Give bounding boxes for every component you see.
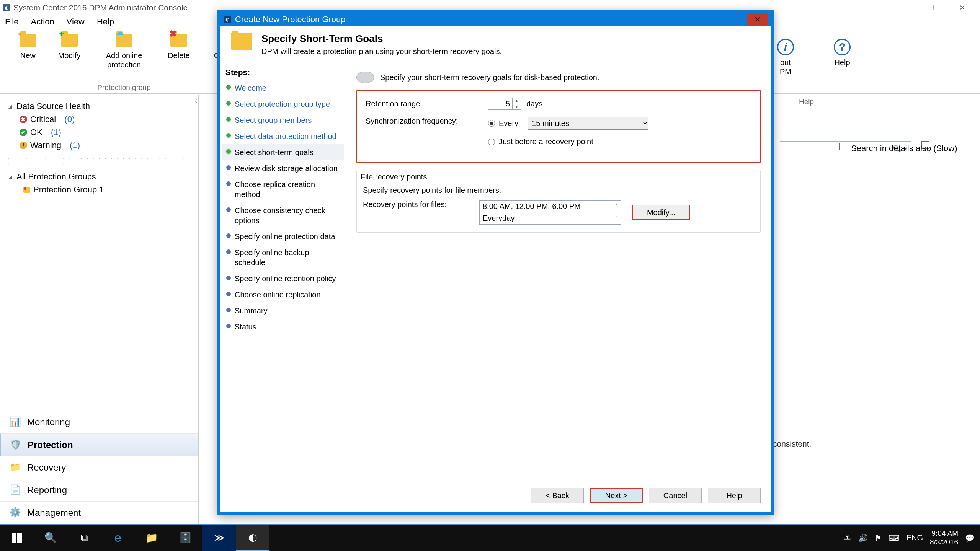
dialog-close-button[interactable]: ✕: [747, 13, 768, 26]
step-consistency: Choose consistency check options: [222, 202, 344, 228]
cancel-button[interactable]: Cancel: [649, 488, 702, 503]
file-recovery-points-group: File recovery points Specify recovery po…: [356, 171, 761, 233]
dialog-title: Create New Protection Group: [235, 15, 747, 24]
dialog-footer: < Back Next > Cancel Help: [346, 479, 771, 512]
taskbar-server-manager[interactable]: 🗄️: [168, 525, 202, 551]
navigation-pane: 📊 Monitoring 🛡️ Protection 📁 Recovery 📄 …: [0, 411, 198, 524]
ribbon-group-label: Protection group: [97, 83, 150, 93]
next-button[interactable]: Next >: [590, 488, 643, 503]
step-status: Status: [222, 319, 344, 335]
taskbar-explorer[interactable]: 📁: [135, 525, 168, 551]
retention-spinner[interactable]: ▲▼: [488, 98, 521, 110]
ribbon-group-protection: ✦ New + Modify ☁ Add online protection ✖…: [7, 31, 241, 93]
tray-flag-icon[interactable]: ⚑: [875, 533, 882, 543]
recovery-icon: 📁: [10, 462, 21, 473]
menu-help[interactable]: Help: [97, 17, 114, 27]
task-view[interactable]: ⧉: [67, 525, 101, 551]
ribbon-help[interactable]: ? Help: [825, 38, 859, 76]
modify-button[interactable]: Modify...: [632, 205, 690, 220]
short-term-goals-box: Retention range: ▲▼ days Synchronization…: [356, 90, 761, 163]
info-icon: i: [777, 39, 794, 55]
protection-group-1[interactable]: Protection Group 1: [8, 183, 191, 196]
tray-language[interactable]: ENG: [906, 533, 923, 542]
step-short-term[interactable]: Select short-term goals: [222, 144, 344, 160]
maximize-button[interactable]: ☐: [916, 1, 947, 15]
nav-recovery[interactable]: 📁 Recovery: [0, 456, 198, 479]
nav-reporting[interactable]: 📄 Reporting: [0, 479, 198, 502]
step-welcome[interactable]: Welcome: [222, 80, 344, 96]
tray-keyboard-icon[interactable]: ⌨: [889, 533, 900, 543]
dialog-header: Specify Short-Term Goals DPM will create…: [220, 26, 771, 64]
step-online-repl: Choose online replication: [222, 287, 344, 303]
collapse-icon[interactable]: ◢: [8, 103, 13, 109]
taskbar: 🔍 ⧉ e 📁 🗄️ ≫ ◐ 🖧 🔊 ⚑ ⌨ ENG 9:04 AM 8/3/2…: [0, 525, 980, 551]
dialog-titlebar: ◐ Create New Protection Group ✕: [220, 13, 771, 26]
protection-icon: 🛡️: [10, 439, 21, 451]
wizard-steps: Steps: Welcome Select protection group t…: [220, 64, 346, 509]
nav-management[interactable]: ⚙️ Management: [0, 502, 198, 524]
warning-icon: !: [20, 142, 27, 149]
nav-monitoring[interactable]: 📊 Monitoring: [0, 411, 198, 434]
step-select-type[interactable]: Select protection group type: [222, 96, 344, 112]
app-icon: ◐: [3, 4, 10, 11]
step-online-data: Specify online protection data: [222, 228, 344, 245]
ribbon-add-online[interactable]: ☁ Add online protection: [95, 31, 153, 69]
retention-unit: days: [526, 99, 542, 108]
health-critical[interactable]: ✖ Critical (0): [8, 113, 191, 126]
spin-down[interactable]: ▼: [513, 104, 521, 110]
retention-input[interactable]: [488, 98, 512, 109]
dialog-header-subtitle: DPM will create a protection plan using …: [261, 47, 502, 56]
chevron-down-icon[interactable]: ˅: [615, 216, 617, 221]
step-select-members[interactable]: Select group members: [222, 112, 344, 128]
tray-notifications-icon[interactable]: 💬: [965, 533, 975, 543]
tray-network-icon[interactable]: 🖧: [844, 533, 851, 542]
radio-every[interactable]: [488, 120, 495, 127]
all-protection-groups-header[interactable]: ◢ All Protection Groups: [8, 170, 191, 183]
menu-file[interactable]: File: [5, 17, 18, 27]
protection-group-icon: [23, 187, 30, 193]
collapse-icon[interactable]: ◢: [8, 174, 13, 180]
ribbon-new[interactable]: ✦ New: [13, 31, 43, 69]
minimize-button[interactable]: ―: [885, 1, 916, 15]
health-ok[interactable]: ✔ OK (1): [8, 126, 191, 139]
disk-icon: [356, 72, 374, 83]
nav-protection[interactable]: 🛡️ Protection: [0, 434, 198, 456]
taskbar-powershell[interactable]: ≫: [202, 525, 236, 551]
tray-volume-icon[interactable]: 🔊: [858, 533, 868, 543]
monitoring-icon: 📊: [10, 416, 21, 428]
taskbar-ie[interactable]: e: [101, 525, 135, 551]
help-icon: ?: [834, 39, 851, 55]
step-online-retention: Specify online retention policy: [222, 271, 344, 287]
menu-action[interactable]: Action: [31, 17, 54, 27]
taskbar-search[interactable]: 🔍: [34, 525, 67, 551]
data-source-health-header[interactable]: ◢ Data Source Health: [8, 100, 191, 113]
menu-view[interactable]: View: [67, 17, 85, 27]
back-button[interactable]: < Back: [531, 488, 584, 503]
sync-every-option[interactable]: Every 15 minutes: [488, 117, 648, 130]
close-button[interactable]: ✕: [947, 1, 977, 15]
start-button[interactable]: [0, 525, 34, 551]
ribbon-delete[interactable]: ✖ Delete: [163, 31, 194, 69]
critical-icon: ✖: [20, 116, 27, 123]
health-warning[interactable]: ! Warning (1): [8, 139, 191, 152]
steps-label: Steps:: [222, 68, 344, 80]
sync-just-before-option[interactable]: Just before a recovery point: [488, 137, 648, 146]
ok-icon: ✔: [20, 129, 27, 136]
ribbon-modify[interactable]: + Modify: [54, 31, 85, 69]
sidebar-collapse-handle[interactable]: ‹: [195, 97, 197, 105]
step-online-backup: Specify online backup schedule: [222, 245, 344, 271]
step-select-method[interactable]: Select data protection method: [222, 128, 344, 144]
chevron-up-icon[interactable]: ˄: [615, 204, 617, 209]
radio-just-before[interactable]: [488, 139, 495, 145]
spin-up[interactable]: ▲: [513, 98, 521, 104]
search-details-checkbox-wrap[interactable]: [839, 143, 840, 150]
tray-clock[interactable]: 9:04 AM 8/3/2016: [930, 529, 958, 547]
dialog-header-title: Specify Short-Term Goals: [261, 33, 502, 45]
sync-frequency-select[interactable]: 15 minutes: [528, 117, 648, 130]
step-replica: Choose replica creation method: [222, 176, 344, 202]
rp-schedule: Everyday: [483, 214, 514, 223]
taskbar-dpm[interactable]: ◐: [236, 525, 270, 551]
rp-label: Recovery points for files:: [363, 200, 474, 209]
management-icon: ⚙️: [10, 507, 21, 518]
help-button[interactable]: Help: [708, 488, 761, 503]
